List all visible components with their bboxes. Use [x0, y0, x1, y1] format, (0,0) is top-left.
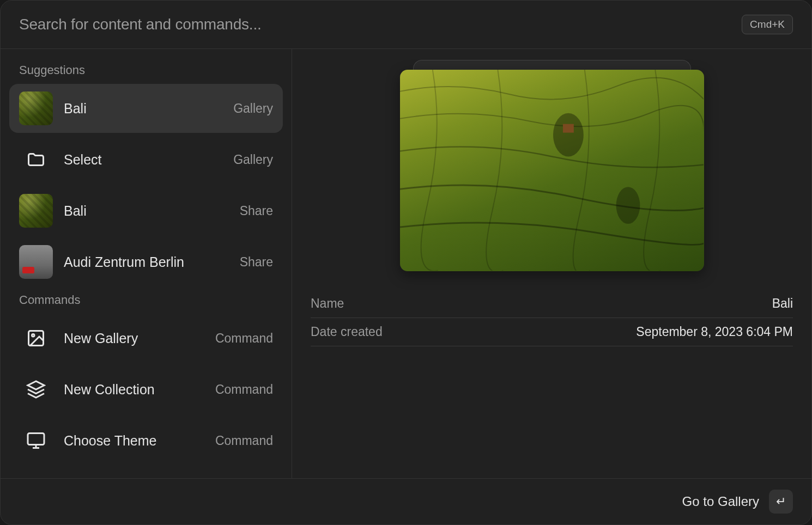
image-icon [19, 321, 53, 355]
preview-image [400, 70, 704, 271]
suggestion-label: Select [64, 152, 222, 168]
command-label: New Gallery [64, 331, 204, 346]
svg-point-7 [616, 187, 640, 224]
svg-point-6 [553, 113, 583, 157]
command-item-choose-theme[interactable]: Choose Theme Command [9, 416, 283, 465]
suggestions-heading: Suggestions [9, 59, 283, 84]
monitor-icon [19, 424, 53, 457]
footer: Go to Gallery ↵ [1, 478, 811, 524]
thumbnail-bali-icon [19, 91, 53, 125]
folder-icon [19, 143, 53, 176]
command-item-new-gallery[interactable]: New Gallery Command [9, 314, 283, 363]
meta-value: Bali [772, 296, 793, 311]
command-item-new-collection[interactable]: New Collection Command [9, 365, 283, 414]
preview-wrap [311, 60, 793, 290]
suggestion-item-bali-gallery[interactable]: Bali Gallery [9, 84, 283, 133]
commands-heading: Commands [9, 289, 283, 314]
suggestion-label: Bali [64, 203, 229, 219]
go-to-gallery-button[interactable]: Go to Gallery [682, 494, 759, 509]
svg-rect-8 [562, 124, 573, 133]
results-column: Suggestions Bali Gallery Select Gallery … [1, 49, 292, 478]
enter-key-icon[interactable]: ↵ [769, 490, 793, 514]
command-tag: Command [215, 382, 273, 397]
search-row: Search for content and commands... Cmd+K [1, 1, 811, 49]
suggestion-item-bali-share[interactable]: Bali Share [9, 186, 283, 235]
suggestion-item-select[interactable]: Select Gallery [9, 135, 283, 184]
svg-point-1 [32, 334, 35, 337]
preview-meta: Name Bali Date created September 8, 2023… [311, 290, 793, 346]
suggestion-tag: Gallery [233, 152, 273, 167]
command-label: Choose Theme [64, 433, 204, 449]
content-area: Suggestions Bali Gallery Select Gallery … [1, 49, 811, 478]
thumbnail-audi-icon [19, 245, 53, 279]
svg-rect-3 [28, 434, 44, 445]
meta-value: September 8, 2023 6:04 PM [636, 325, 793, 339]
command-palette: Search for content and commands... Cmd+K… [0, 0, 812, 525]
meta-row-date: Date created September 8, 2023 6:04 PM [311, 318, 793, 346]
shortcut-badge: Cmd+K [742, 15, 793, 34]
suggestion-label: Audi Zentrum Berlin [64, 254, 229, 270]
command-tag: Command [215, 434, 273, 448]
preview-column: Name Bali Date created September 8, 2023… [292, 49, 811, 478]
suggestion-item-audi[interactable]: Audi Zentrum Berlin Share [9, 237, 283, 286]
suggestion-label: Bali [64, 101, 222, 117]
meta-key: Date created [311, 325, 383, 339]
command-tag: Command [215, 331, 273, 346]
layers-icon [19, 373, 53, 406]
svg-marker-2 [28, 381, 44, 389]
thumbnail-bali-icon [19, 194, 53, 228]
suggestion-tag: Gallery [233, 101, 273, 116]
suggestion-tag: Share [240, 204, 273, 218]
search-input[interactable]: Search for content and commands... [19, 16, 262, 33]
command-label: New Collection [64, 382, 204, 398]
meta-row-name: Name Bali [311, 290, 793, 318]
suggestion-tag: Share [240, 255, 273, 270]
meta-key: Name [311, 296, 344, 311]
